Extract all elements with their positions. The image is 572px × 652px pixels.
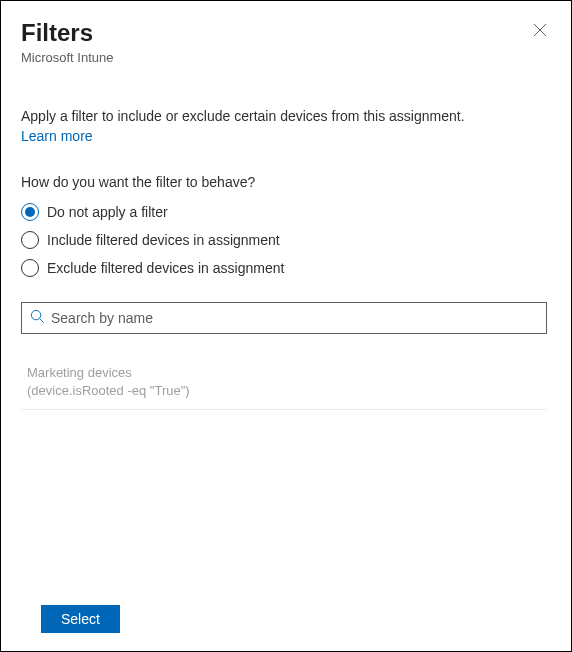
filter-name: Marketing devices: [27, 364, 541, 382]
spacer: [21, 410, 547, 591]
radio-icon: [21, 259, 39, 277]
list-item[interactable]: Marketing devices (device.isRooted -eq "…: [21, 356, 547, 410]
radio-option-do-not-apply[interactable]: Do not apply a filter: [21, 198, 547, 226]
svg-line-3: [40, 318, 44, 322]
select-button[interactable]: Select: [41, 605, 120, 633]
close-icon: [533, 23, 547, 40]
search-field[interactable]: [21, 302, 547, 334]
scroll-area[interactable]: How do you want the filter to behave? Do…: [21, 174, 551, 591]
panel-subtitle: Microsoft Intune: [21, 50, 114, 65]
panel-header: Filters Microsoft Intune: [21, 19, 551, 65]
radio-icon: [21, 231, 39, 249]
panel-title: Filters: [21, 19, 114, 48]
search-icon: [30, 309, 45, 328]
radio-dot-icon: [25, 207, 35, 217]
radio-option-include[interactable]: Include filtered devices in assignment: [21, 226, 547, 254]
filter-list: Marketing devices (device.isRooted -eq "…: [21, 356, 547, 410]
radio-option-exclude[interactable]: Exclude filtered devices in assignment: [21, 254, 547, 282]
radio-label: Do not apply a filter: [47, 204, 168, 220]
filters-panel: Filters Microsoft Intune Apply a filter …: [1, 1, 571, 651]
header-text: Filters Microsoft Intune: [21, 19, 114, 65]
panel-description: Apply a filter to include or exclude cer…: [21, 107, 551, 127]
filter-rule: (device.isRooted -eq "True"): [27, 382, 541, 400]
svg-point-2: [31, 310, 40, 319]
search-input[interactable]: [51, 310, 538, 326]
learn-more-link[interactable]: Learn more: [21, 128, 551, 144]
radio-label: Exclude filtered devices in assignment: [47, 260, 284, 276]
panel-footer: Select: [21, 591, 551, 651]
close-button[interactable]: [529, 19, 551, 44]
radio-icon: [21, 203, 39, 221]
radio-label: Include filtered devices in assignment: [47, 232, 280, 248]
behavior-question: How do you want the filter to behave?: [21, 174, 547, 190]
